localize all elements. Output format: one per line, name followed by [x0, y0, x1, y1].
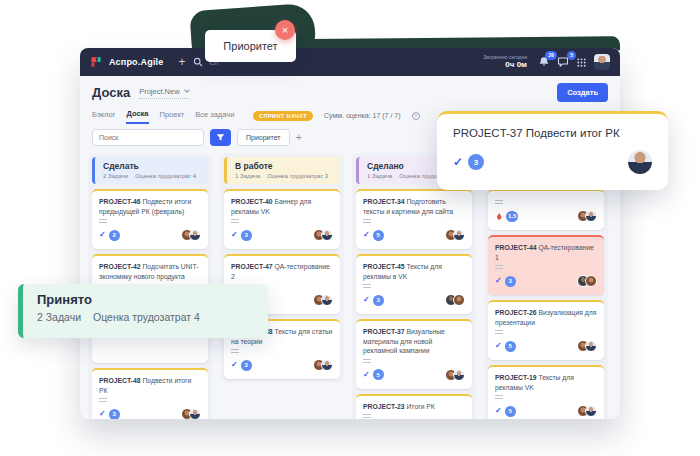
- column-accepted: Принято 2 ЗадачиОценка трудозатрат 4 1.5…: [484, 153, 608, 419]
- check-icon: ✓: [99, 231, 106, 239]
- column-name: В работе: [235, 161, 334, 171]
- task-card[interactable]: PROJECT-23 Итоги РК ✓5: [356, 394, 472, 419]
- priority-filter-chip[interactable]: Приоритет: [237, 129, 290, 146]
- column-count: 1 Задача: [367, 173, 392, 179]
- task-id: PROJECT-42: [99, 263, 141, 270]
- task-card[interactable]: PROJECT-19 Тексты для рекламы VK ✓5: [488, 365, 604, 419]
- messages-badge: 5: [567, 51, 576, 60]
- task-popup-title: PROJECT-37 Подвести итог РК: [453, 127, 652, 139]
- sprint-status-badge: СПРИНТ НАЧАТ: [253, 111, 313, 121]
- avatar: [189, 229, 201, 241]
- task-card[interactable]: PROJECT-48 Подвести итоги РК ✓3: [92, 368, 208, 419]
- task-popup[interactable]: PROJECT-37 Подвести итог РК ✓ 3: [437, 111, 668, 190]
- description-icon: [495, 395, 503, 399]
- column-in-progress: В работе 1 ЗадачаОценка трудозатрат 3 PR…: [220, 153, 344, 383]
- avatar: [321, 294, 333, 306]
- estimate-badge: 5: [505, 341, 516, 352]
- accepted-popup-title: Принято: [37, 292, 254, 307]
- tab-all-tasks[interactable]: Все задачи: [195, 108, 234, 123]
- task-id: PROJECT-45: [363, 263, 405, 270]
- fire-icon: [495, 212, 503, 221]
- page-title: Доска: [92, 85, 130, 100]
- project-selector[interactable]: Project.New: [139, 87, 188, 99]
- task-card[interactable]: PROJECT-26 Визуализация для презентации …: [488, 300, 604, 360]
- avatar: [453, 294, 465, 306]
- description-icon: [99, 398, 107, 402]
- app-logo-icon: [90, 56, 102, 68]
- task-card[interactable]: PROJECT-37 Визуальные материалы для ново…: [356, 319, 472, 389]
- messages-button[interactable]: 5: [557, 56, 569, 68]
- notifications-button[interactable]: 26: [538, 56, 550, 68]
- estimate-badge: 3: [505, 276, 516, 287]
- check-icon: ✓: [495, 277, 502, 285]
- task-card[interactable]: PROJECT-45 Тексты для рекламы в VK ✓3: [356, 254, 472, 314]
- task-card[interactable]: 1.5: [488, 189, 604, 230]
- chevron-down-icon: [184, 87, 190, 93]
- description-icon: [231, 219, 239, 223]
- avatar: [453, 229, 465, 241]
- check-icon: ✓: [231, 361, 238, 369]
- task-card[interactable]: PROJECT-34 Подготовить тексты и картинки…: [356, 189, 472, 249]
- task-card[interactable]: PROJECT-40 Баннер для рекламы VK ✓3: [224, 189, 340, 249]
- info-icon[interactable]: ?: [412, 112, 420, 120]
- description-icon: [363, 359, 371, 363]
- add-filter-button[interactable]: +: [296, 132, 302, 143]
- tab-board[interactable]: Доска: [126, 107, 148, 124]
- tab-backlog[interactable]: Бэклог: [92, 108, 115, 123]
- task-id: PROJECT-37: [363, 328, 405, 335]
- screenshot-stage: Аспро.Agile + Сп Затрачено сегодня 0ч 0м…: [0, 0, 700, 456]
- check-icon: ✓: [363, 296, 370, 304]
- avatar: [321, 229, 333, 241]
- task-id: PROJECT-34: [363, 198, 405, 205]
- accepted-popup-count: 2 Задачи: [37, 311, 81, 323]
- user-avatar[interactable]: [594, 54, 610, 70]
- time-tracking: Затрачено сегодня 0ч 0м: [483, 54, 527, 70]
- column-count: 1 Задача: [235, 173, 260, 179]
- app-name: Аспро.Agile: [109, 57, 164, 67]
- add-icon[interactable]: +: [179, 56, 186, 68]
- accepted-popup: Принято 2 Задачи Оценка трудозатрат 4: [18, 284, 268, 338]
- filter-button[interactable]: [210, 129, 231, 146]
- avatar: [321, 359, 333, 371]
- check-icon: ✓: [363, 371, 370, 379]
- apps-grid-icon[interactable]: [576, 57, 587, 68]
- task-id: PROJECT-47: [231, 263, 273, 270]
- task-card[interactable]: PROJECT-46 Подвести итоги предыдущей РК …: [92, 189, 208, 249]
- description-icon: [363, 284, 371, 288]
- search-icon[interactable]: [193, 57, 203, 67]
- avatar: [628, 150, 652, 174]
- accepted-popup-effort: Оценка трудозатрат 4: [93, 311, 200, 323]
- sprint-summary: Сумм. оценка: 17 (7 / 7): [324, 112, 401, 119]
- task-id: PROJECT-19: [495, 374, 537, 381]
- check-icon: ✓: [99, 410, 106, 418]
- column-effort: Оценка трудозатрат 3: [267, 173, 328, 179]
- description-icon: [495, 265, 503, 269]
- estimate-badge: 2: [109, 230, 120, 241]
- search-input[interactable]: [92, 129, 204, 146]
- estimate-badge: 5: [373, 230, 384, 241]
- estimate-badge: 5: [505, 406, 516, 417]
- estimate-badge: 5: [373, 369, 384, 380]
- notifications-badge: 26: [545, 51, 557, 60]
- task-id: PROJECT-40: [231, 198, 273, 205]
- estimate-badge: 1.5: [506, 211, 518, 222]
- app-window: Аспро.Agile + Сп Затрачено сегодня 0ч 0м…: [80, 48, 620, 419]
- tab-project[interactable]: Проект: [160, 108, 185, 123]
- task-card[interactable]: PROJECT-44 QA-тестирование 1 ✓3: [488, 235, 604, 295]
- close-icon[interactable]: ×: [275, 20, 295, 40]
- create-button[interactable]: Создать: [557, 83, 608, 102]
- task-id: PROJECT-48: [99, 377, 141, 384]
- column-header: В работе 1 ЗадачаОценка трудозатрат 3: [224, 157, 340, 184]
- estimate-badge: 3: [241, 360, 252, 371]
- estimate-badge: 3: [109, 409, 120, 419]
- board-header: Доска Project.New Создать: [80, 76, 620, 106]
- estimate-badge: 3: [373, 295, 384, 306]
- column-count: 2 Задачи: [103, 173, 128, 179]
- column-name: Сделать: [103, 161, 202, 171]
- column-effort: Оценка трудозатрат 4: [135, 173, 196, 179]
- top-navigation-bar: Аспро.Agile + Сп Затрачено сегодня 0ч 0м…: [80, 48, 620, 76]
- description-icon: [231, 349, 239, 353]
- column-header: Сделать 2 ЗадачиОценка трудозатрат 4: [92, 157, 208, 184]
- task-title: Итоги РК: [406, 403, 434, 410]
- avatar: [585, 210, 597, 222]
